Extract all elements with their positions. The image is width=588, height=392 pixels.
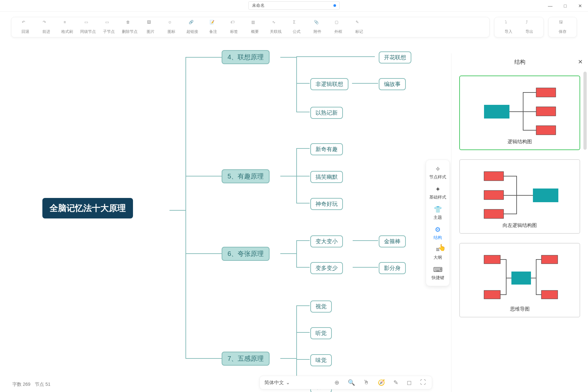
- sibling-button[interactable]: ▭同级节点: [78, 20, 98, 35]
- svg-rect-2: [536, 107, 556, 116]
- svg-rect-5: [484, 172, 504, 181]
- relation-button[interactable]: ∿关联线: [266, 20, 286, 35]
- theme-icon: 👕: [434, 205, 442, 213]
- link-icon: 🔗: [189, 20, 196, 27]
- svg-rect-11: [541, 255, 558, 264]
- image-icon: 🖼: [147, 20, 154, 27]
- leaf-node[interactable]: 以熟记新: [310, 107, 343, 119]
- chevron-down-icon: ⌄: [286, 380, 290, 385]
- branch-node-4[interactable]: 4、联想原理: [222, 50, 270, 64]
- strip-shortcut-button[interactable]: ⌨快捷键: [426, 263, 449, 283]
- format-button[interactable]: ≡格式刷: [57, 20, 77, 35]
- status-bar: 字数 269 节点 51: [12, 382, 51, 387]
- title-bar: 未命名 — □ ✕: [0, 0, 588, 12]
- child-button[interactable]: ▭子节点: [99, 20, 119, 35]
- attach-button[interactable]: 📎附件: [307, 20, 328, 35]
- shortcut-icon: ⌨: [433, 266, 443, 273]
- language-select[interactable]: 简体中文⌄: [264, 380, 290, 386]
- structure-panel: 结构 ✕ 逻辑结构图: [451, 53, 588, 392]
- frame-button[interactable]: ▢外框: [328, 20, 348, 35]
- view-toolbar: 简体中文⌄ ⊕ 🔍 🖱 🧭 ✎ ◻ ⛶: [259, 376, 432, 389]
- sibling-icon: ▭: [84, 20, 92, 27]
- leaf-node[interactable]: 变多变少: [310, 262, 343, 274]
- summary-icon: ▥: [251, 20, 258, 27]
- compass-icon[interactable]: 🧭: [378, 379, 385, 386]
- structure-option-logic[interactable]: 逻辑结构图: [459, 76, 580, 150]
- child-icon: ▭: [105, 20, 112, 27]
- formula-button[interactable]: Σ公式: [287, 20, 307, 35]
- icon-button[interactable]: ☺图标: [161, 20, 182, 35]
- svg-rect-10: [484, 290, 500, 299]
- svg-rect-6: [484, 190, 504, 200]
- structure-icon: ⚙: [435, 226, 441, 233]
- root-node[interactable]: 全脑记忆法十大原理: [42, 198, 133, 218]
- save-button[interactable]: 🖫保存: [552, 20, 573, 35]
- leaf-node[interactable]: 非逻辑联想: [310, 78, 348, 90]
- window-minimize-button[interactable]: —: [545, 1, 555, 10]
- leaf-node[interactable]: 新奇有趣: [310, 143, 343, 155]
- window-close-button[interactable]: ✕: [575, 1, 585, 10]
- leaf-node[interactable]: 味觉: [310, 354, 332, 366]
- basestyle-icon: ✦: [435, 185, 441, 193]
- panel-close-button[interactable]: ✕: [578, 58, 583, 65]
- nodestyle-icon: ✧: [435, 165, 441, 173]
- marker-button[interactable]: ✎标记: [349, 20, 369, 35]
- cursor-icon: 👆: [438, 244, 446, 251]
- tag-button[interactable]: 🏷标签: [224, 20, 244, 35]
- export-button[interactable]: ⤴导出: [519, 20, 539, 35]
- leaf-node[interactable]: 变大变小: [310, 235, 343, 247]
- formula-icon: Σ: [293, 20, 300, 27]
- delete-button[interactable]: 🗑删除节点: [120, 20, 140, 35]
- structure-caption: 向左逻辑结构图: [503, 222, 537, 229]
- note-button[interactable]: 📝备注: [203, 20, 223, 35]
- locate-icon[interactable]: ⊕: [334, 379, 339, 386]
- document-title-input[interactable]: 未命名: [248, 1, 340, 10]
- leaf-node[interactable]: 影分身: [379, 262, 406, 274]
- structure-caption: 逻辑结构图: [507, 139, 532, 145]
- panel-scrollbar[interactable]: [583, 72, 587, 150]
- zoom-icon[interactable]: 🔍: [348, 379, 355, 386]
- strip-theme-button[interactable]: 👕主题: [426, 203, 449, 223]
- fit-icon[interactable]: ◻: [407, 379, 412, 386]
- svg-rect-0: [484, 105, 509, 119]
- svg-rect-9: [484, 255, 500, 264]
- leaf-node[interactable]: 搞笑幽默: [310, 171, 343, 183]
- edit-icon[interactable]: ✎: [393, 379, 398, 386]
- leaf-node[interactable]: 金箍棒: [379, 235, 406, 247]
- relation-icon: ∿: [272, 20, 279, 27]
- summary-button[interactable]: ▥概要: [245, 20, 265, 35]
- undo-button[interactable]: ↶回退: [15, 20, 36, 35]
- structure-option-mindmap[interactable]: 思维导图: [459, 243, 580, 317]
- icon-icon: ☺: [168, 20, 175, 27]
- redo-button[interactable]: ↷前进: [36, 20, 56, 35]
- mouse-icon[interactable]: 🖱: [363, 379, 369, 386]
- leaf-node[interactable]: 听觉: [310, 327, 332, 339]
- svg-rect-1: [536, 88, 556, 97]
- structure-caption: 思维导图: [510, 306, 530, 312]
- tag-icon: 🏷: [230, 20, 238, 27]
- structure-option-leftlogic[interactable]: 向左逻辑结构图: [459, 159, 580, 234]
- leaf-node[interactable]: 编故事: [379, 78, 406, 90]
- main-toolbar: ↶回退↷前进≡格式刷▭同级节点▭子节点🗑删除节点🖼图片☺图标🔗超链接📝备注🏷标签…: [11, 17, 577, 37]
- document-title: 未命名: [252, 3, 265, 8]
- frame-icon: ▢: [335, 20, 342, 27]
- leaf-node[interactable]: 神奇好玩: [310, 198, 343, 210]
- strip-structure-button[interactable]: ⚙结构: [426, 223, 449, 243]
- branch-node-6[interactable]: 6、夸张原理: [222, 247, 270, 261]
- leaf-node[interactable]: 开花联想: [379, 51, 411, 63]
- window-maximize-button[interactable]: □: [560, 1, 570, 10]
- svg-rect-8: [511, 272, 531, 285]
- fullscreen-icon[interactable]: ⛶: [420, 379, 426, 386]
- strip-basestyle-button[interactable]: ✦基础样式: [426, 183, 449, 203]
- delete-icon: 🗑: [126, 20, 133, 27]
- svg-rect-4: [533, 189, 558, 202]
- leaf-node[interactable]: 视觉: [310, 301, 332, 313]
- branch-node-7[interactable]: 7、五感原理: [222, 352, 270, 366]
- image-button[interactable]: 🖼图片: [140, 20, 161, 35]
- link-button[interactable]: 🔗超链接: [182, 20, 202, 35]
- import-button[interactable]: ⤵导入: [498, 20, 519, 35]
- strip-nodestyle-button[interactable]: ✧节点样式: [426, 162, 449, 183]
- undo-icon: ↶: [22, 20, 29, 27]
- right-toolstrip: ✧节点样式✦基础样式👕主题⚙结构≡大纲⌨快捷键: [426, 160, 450, 286]
- branch-node-5[interactable]: 5、有趣原理: [222, 169, 270, 183]
